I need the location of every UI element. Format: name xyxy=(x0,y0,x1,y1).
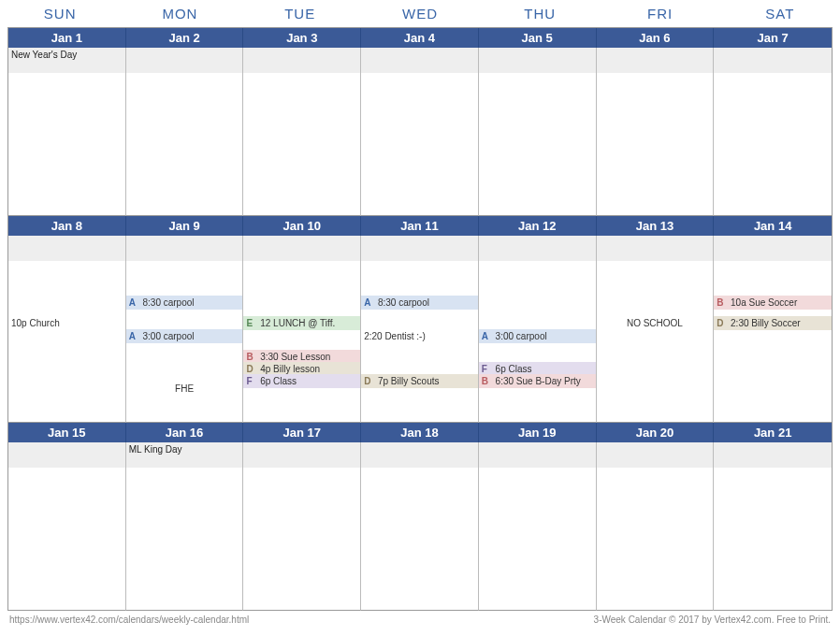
day-cell[interactable] xyxy=(243,48,361,216)
day-header xyxy=(8,236,125,262)
date-label: Jan 20 xyxy=(597,423,715,442)
dow-mon: MON xyxy=(120,0,239,25)
week3-body: ML King Day xyxy=(8,442,832,611)
date-label: Jan 14 xyxy=(714,216,832,236)
dow-thu: THU xyxy=(480,0,600,25)
date-label: Jan 4 xyxy=(361,28,479,48)
day-header xyxy=(8,442,125,469)
day-header: New Year's Day xyxy=(8,48,125,74)
week3-datebar: Jan 15 Jan 16 Jan 17 Jan 18 Jan 19 Jan 2… xyxy=(8,423,832,442)
week2-datebar: Jan 8 Jan 9 Jan 10 Jan 11 Jan 12 Jan 13 … xyxy=(8,216,832,236)
event-code: B xyxy=(482,375,493,387)
date-label: Jan 8 xyxy=(8,216,126,236)
calendar-grid: Jan 1 Jan 2 Jan 3 Jan 4 Jan 5 Jan 6 Jan … xyxy=(7,27,833,611)
event-code: A xyxy=(129,330,140,342)
event[interactable]: A 3:00 carpool xyxy=(479,329,596,343)
day-cell[interactable] xyxy=(361,442,479,611)
date-label: Jan 19 xyxy=(479,423,597,442)
date-label: Jan 3 xyxy=(243,28,361,48)
dow-sun: SUN xyxy=(0,0,120,25)
event[interactable]: B 6:30 Sue B-Day Prty xyxy=(479,374,596,388)
day-header xyxy=(597,48,714,74)
dow-fri: FRI xyxy=(600,0,719,25)
date-label: Jan 13 xyxy=(597,216,715,236)
event[interactable]: D 2:30 Billy Soccer xyxy=(714,316,832,330)
day-header xyxy=(714,48,832,74)
day-cell[interactable] xyxy=(479,48,597,216)
date-label: Jan 17 xyxy=(243,423,361,442)
event-code: D xyxy=(364,375,375,387)
day-cell[interactable]: A 8:30 carpoolA 3:00 carpoolFHE xyxy=(126,236,244,423)
footer: https://www.vertex42.com/calendars/weekl… xyxy=(0,613,840,630)
date-label: Jan 6 xyxy=(597,28,715,48)
week1-body: New Year's Day xyxy=(8,48,832,216)
day-header xyxy=(361,236,478,262)
event[interactable]: D 7p Billy Scouts xyxy=(361,374,478,388)
day-cell[interactable]: A 3:00 carpoolF 6p ClassB 6:30 Sue B-Day… xyxy=(479,236,597,423)
date-label: Jan 10 xyxy=(243,216,361,236)
day-cell[interactable] xyxy=(243,442,361,611)
day-header xyxy=(243,48,360,74)
day-cell[interactable]: NO SCHOOL xyxy=(597,236,715,423)
day-cell[interactable] xyxy=(361,48,479,216)
day-header xyxy=(361,442,478,469)
footer-url: https://www.vertex42.com/calendars/weekl… xyxy=(9,614,249,625)
day-cell[interactable]: E 12 LUNCH @ Tiff.B 3:30 Sue LessonD 4p … xyxy=(243,236,361,423)
event-code: A xyxy=(364,296,375,309)
event[interactable]: E 12 LUNCH @ Tiff. xyxy=(243,316,360,330)
day-cell[interactable]: 10p Church xyxy=(8,236,126,423)
event[interactable]: FHE xyxy=(126,382,243,396)
day-cell[interactable]: ML King Day xyxy=(126,442,244,611)
date-label: Jan 16 xyxy=(126,423,244,442)
date-label: Jan 11 xyxy=(361,216,479,236)
week1-datebar: Jan 1 Jan 2 Jan 3 Jan 4 Jan 5 Jan 6 Jan … xyxy=(8,28,832,48)
day-header xyxy=(479,442,596,469)
day-header: ML King Day xyxy=(126,442,243,469)
event[interactable]: 10p Church xyxy=(8,316,125,330)
day-cell[interactable] xyxy=(714,442,832,611)
event[interactable]: A 8:30 carpool xyxy=(361,296,478,310)
date-label: Jan 21 xyxy=(714,423,832,442)
day-cell[interactable] xyxy=(8,442,126,611)
date-label: Jan 1 xyxy=(8,28,126,48)
day-header xyxy=(597,236,714,262)
day-header xyxy=(479,236,596,262)
event-code: B xyxy=(717,296,728,309)
event[interactable]: A 3:00 carpool xyxy=(126,329,243,343)
day-header xyxy=(597,442,714,469)
event-code: A xyxy=(482,330,493,342)
day-cell[interactable] xyxy=(597,442,715,611)
day-header xyxy=(126,236,243,262)
date-label: Jan 12 xyxy=(479,216,597,236)
day-header xyxy=(714,442,832,469)
day-cell[interactable] xyxy=(597,48,715,216)
day-header xyxy=(243,236,360,262)
day-cell[interactable] xyxy=(714,48,832,216)
day-header xyxy=(361,48,478,74)
date-label: Jan 9 xyxy=(126,216,244,236)
week2-body: 10p Church A 8:30 carpoolA 3:00 carpoolF… xyxy=(8,236,832,423)
event-code: F xyxy=(246,375,257,387)
event-code: A xyxy=(129,296,140,309)
day-header xyxy=(479,48,596,74)
day-cell[interactable] xyxy=(126,48,244,216)
date-label: Jan 7 xyxy=(714,28,832,48)
footer-copyright: 3-Week Calendar © 2017 by Vertex42.com. … xyxy=(594,614,831,625)
date-label: Jan 5 xyxy=(479,28,597,48)
day-cell[interactable]: New Year's Day xyxy=(8,48,126,216)
event-code: D xyxy=(717,317,728,329)
date-label: Jan 18 xyxy=(361,423,479,442)
day-header xyxy=(243,442,360,469)
day-header xyxy=(714,236,832,262)
event[interactable]: A 8:30 carpool xyxy=(126,296,243,310)
event[interactable]: F 6p Class xyxy=(243,374,360,388)
dow-sat: SAT xyxy=(720,0,840,25)
day-cell[interactable]: A 8:30 carpool2:20 Dentist :-)D 7p Billy… xyxy=(361,236,479,423)
date-label: Jan 2 xyxy=(126,28,244,48)
event-code: E xyxy=(246,317,257,329)
event[interactable]: B 10a Sue Soccer xyxy=(714,296,832,310)
day-cell[interactable]: B 10a Sue SoccerD 2:30 Billy Soccer xyxy=(714,236,832,423)
event[interactable]: 2:20 Dentist :-) xyxy=(361,329,478,343)
event[interactable]: NO SCHOOL xyxy=(597,316,714,330)
day-cell[interactable] xyxy=(479,442,597,611)
